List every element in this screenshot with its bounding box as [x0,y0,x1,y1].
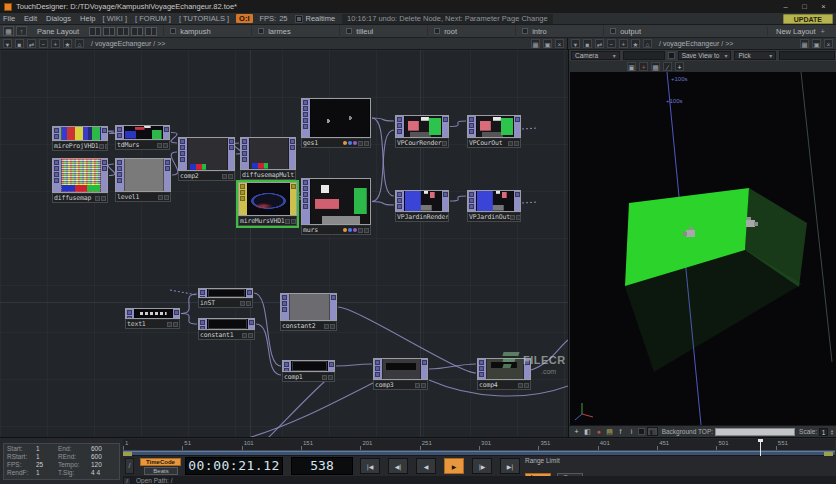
scale-value[interactable]: 1 [819,428,828,436]
display-icon[interactable]: ▣ [627,62,636,71]
timeline-ruler[interactable]: 151101151201251301351401451501551 [123,439,835,451]
display-dot-icon[interactable] [348,141,352,145]
font-icon[interactable]: f [616,427,625,436]
node-constant2[interactable]: constant2 [280,293,337,331]
network-editor[interactable]: mireProjVHD1tdMursdiffusemaplevel1comp2d… [0,50,568,437]
node-flag-icon[interactable] [364,141,369,146]
node-flag-icon[interactable] [291,219,296,224]
close-button[interactable]: × [815,1,832,12]
node-flag-icon[interactable] [101,196,106,201]
play-forward-button[interactable]: ▶ [444,458,464,474]
play-reverse-button[interactable]: ◀ [416,458,436,474]
node-VPCourRender[interactable]: VPCourRender [395,115,449,148]
jump-start-button[interactable]: |◀ [360,458,380,474]
node-flag-icon[interactable] [330,324,335,329]
save-view-select[interactable]: Save View to▾ [678,51,732,60]
node-flag-icon[interactable] [324,324,329,329]
record-dot-icon[interactable]: ● [594,427,603,436]
viewport-3d[interactable]: +100s+100s [570,72,836,425]
stop-icon[interactable]: ■ [583,39,592,48]
zoom-out-icon[interactable]: − [607,39,616,48]
home-icon[interactable]: ⌂ [75,39,84,48]
step-forward-button[interactable]: |▶ [472,458,492,474]
node-diffusemapMult1[interactable]: diffusemapMult1 [240,137,296,180]
viewport-path[interactable]: / voyageEchangeur / >> [656,40,733,47]
pane-preset-icon[interactable] [117,27,129,36]
network-path[interactable]: / voyageEchangeur / >> [88,40,165,47]
zoom-out-icon[interactable]: − [39,39,48,48]
pane-tab-tilleul[interactable]: tilleul [339,25,427,38]
update-button[interactable]: UPDATE [783,14,833,24]
node-ges1[interactable]: ges1 [301,98,371,148]
oi-badge[interactable]: O:I [236,14,252,23]
step-back-button[interactable]: ◀| [388,458,408,474]
node-comp2[interactable]: comp2 [178,137,235,181]
pane-preset-icon[interactable] [131,27,143,36]
panel-icon[interactable]: ▣ [812,39,821,48]
timecode-button[interactable]: TimeCode [140,458,181,466]
playhead[interactable] [760,439,761,456]
pick-input[interactable] [779,51,835,60]
view-input[interactable] [623,51,665,60]
zoom-in-icon[interactable]: + [51,39,60,48]
menu-file[interactable]: File [3,14,15,23]
node-flag-icon[interactable] [105,144,108,149]
camera-select[interactable]: Camera▾ [571,51,620,60]
background-swatch-icon[interactable]: ◧ [647,427,658,436]
node-flag-icon[interactable] [448,141,449,146]
zoom-in-icon[interactable]: + [619,39,628,48]
display-dot-icon[interactable] [348,228,352,232]
pane-preset-icon[interactable] [145,27,157,36]
node-flag-icon[interactable] [442,141,447,146]
node-flag-icon[interactable] [328,375,333,380]
node-comp3[interactable]: comp3 [373,358,428,390]
close-icon[interactable]: × [824,39,833,48]
new-layout-tab[interactable]: New Layout + [767,27,833,36]
bookmark-icon[interactable]: ★ [631,39,640,48]
panel-icon[interactable]: ▣ [543,39,552,48]
node-flag-icon[interactable] [364,228,369,233]
node-flag-icon[interactable] [514,141,519,146]
range-end-marker[interactable] [824,452,833,456]
chevron-down-icon[interactable]: ▾ [571,39,580,48]
node-flag-icon[interactable] [322,375,327,380]
node-mireProjVHD1[interactable]: mireProjVHD1 [52,126,108,151]
node-flag-icon[interactable] [421,383,426,388]
maximize-button[interactable]: □ [796,1,813,12]
node-flag-icon[interactable] [242,333,247,338]
display-dot-icon[interactable] [343,228,347,232]
display-dot-icon[interactable] [353,141,357,145]
node-flag-icon[interactable] [248,333,253,338]
folder-icon[interactable]: ▤ [605,427,614,436]
node-flag-icon[interactable] [167,322,172,327]
node-murs[interactable]: murs [301,178,371,235]
node-constant1[interactable]: constant1 [198,318,255,340]
link-forum[interactable]: [ FORUM ] [135,14,171,23]
node-comp1[interactable]: comp1 [282,360,335,382]
node-flag-icon[interactable] [246,301,251,306]
node-flag-icon[interactable] [358,141,363,146]
node-diffusemap[interactable]: diffusemap [52,158,108,203]
maximize-pane-icon[interactable]: ↑ [16,26,27,36]
node-inST[interactable]: inST [198,288,253,308]
range-start-marker[interactable] [123,452,132,456]
split-pane-icon[interactable]: ▦ [3,26,14,36]
chevron-down-icon[interactable]: ▾ [3,39,12,48]
node-VPJardinRender[interactable]: VPJardinRender [395,190,449,222]
node-VPJardinOut[interactable]: VPJardinOut [467,190,521,222]
node-flag-icon[interactable] [516,215,521,220]
grid-icon[interactable]: ▦ [531,39,540,48]
node-flag-icon[interactable] [99,144,104,149]
menu-dialogs[interactable]: Dialogs [46,14,71,23]
node-mireMursVHD1[interactable]: mireMursVHD1 [238,182,297,226]
grid-icon[interactable]: ▦ [800,39,809,48]
node-flag-icon[interactable] [158,195,163,200]
pane-tab-intro[interactable]: intro [515,25,603,38]
move-icon[interactable]: + [675,62,684,71]
node-flag-icon[interactable] [510,215,515,220]
menu-edit[interactable]: Edit [24,14,37,23]
add-light-icon[interactable]: + [639,62,648,71]
node-flag-icon[interactable] [157,143,162,148]
realtime-checkbox[interactable] [295,15,303,23]
pen-icon[interactable]: ∕ [663,62,672,71]
